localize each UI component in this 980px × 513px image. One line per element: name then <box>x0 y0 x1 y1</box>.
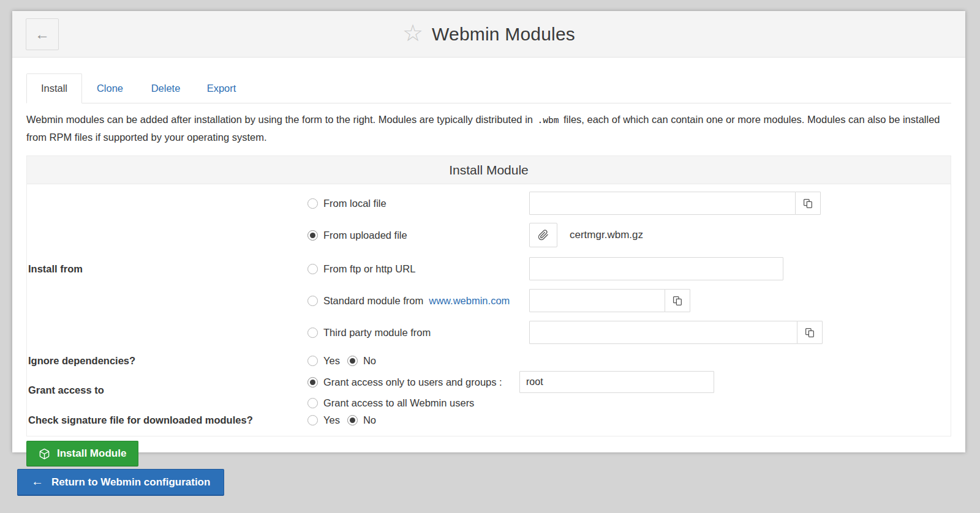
row-check-signature: Check signature file for downloaded modu… <box>27 411 951 430</box>
third-party-group <box>529 321 823 344</box>
row-ignore-dependencies: Ignore dependencies? Yes No <box>27 351 951 370</box>
ignore-deps-yes-label: Yes <box>323 355 340 367</box>
back-button[interactable]: ← <box>26 18 59 50</box>
check-signature-options: Yes No <box>307 414 951 426</box>
option-grant-users: Grant access only to users and groups : <box>307 370 951 394</box>
grant-users-label: Grant access only to users and groups : <box>323 376 502 388</box>
panel-body: Install from From local file <box>27 184 951 436</box>
standard-module-label: Standard module from <box>323 295 423 307</box>
option-local-file: From local file <box>307 187 951 219</box>
star-icon: ☆ <box>402 21 423 45</box>
radio-local-file[interactable] <box>307 198 318 209</box>
page-title: Webmin Modules <box>432 24 575 45</box>
radio-ignore-deps-yes[interactable] <box>307 356 318 366</box>
radio-ignore-deps-no[interactable] <box>347 356 358 366</box>
tab-delete[interactable]: Delete <box>138 73 194 103</box>
install-from-label: Install from <box>27 187 307 351</box>
standard-module-chooser-button[interactable] <box>665 289 690 312</box>
radio-grant-users[interactable] <box>307 377 318 388</box>
panel-title: Install Module <box>27 156 951 184</box>
radio-third-party[interactable] <box>307 328 318 338</box>
install-from-options: From local file <box>307 187 951 351</box>
ftp-url-label: From ftp or http URL <box>323 263 415 275</box>
third-party-chooser-button[interactable] <box>797 321 823 344</box>
option-uploaded-file: From uploaded file certmgr.wbm.gz <box>307 219 951 252</box>
tab-install[interactable]: Install <box>26 73 82 103</box>
radio-signature-yes[interactable] <box>307 415 318 425</box>
uploaded-file-label: From uploaded file <box>323 230 407 241</box>
ignore-dependencies-label: Ignore dependencies? <box>27 355 307 367</box>
uploaded-file-name: certmgr.wbm.gz <box>570 229 643 241</box>
tab-bar: Install Clone Delete Export <box>26 73 951 103</box>
grant-users-input[interactable] <box>519 371 714 393</box>
intro-text-1: Webmin modules can be added after instal… <box>26 114 533 125</box>
return-button-label: Return to Webmin configuration <box>51 476 210 489</box>
page-content: Install Clone Delete Export Webmin modul… <box>12 73 965 436</box>
radio-uploaded-file[interactable] <box>307 230 318 241</box>
tab-export[interactable]: Export <box>194 73 249 103</box>
install-module-panel: Install Module Install from From local f… <box>26 155 951 436</box>
ignore-dependencies-options: Yes No <box>307 355 951 367</box>
option-ftp-url: From ftp or http URL <box>307 252 951 286</box>
wbm-extension-code: .wbm <box>536 116 561 125</box>
standard-module-group <box>529 289 690 312</box>
grant-access-options: Grant access only to users and groups : … <box>307 370 951 411</box>
left-arrow-icon: ← <box>31 474 43 489</box>
install-module-button[interactable]: Install Module <box>26 441 138 466</box>
standard-module-input[interactable] <box>529 289 665 312</box>
radio-signature-no[interactable] <box>347 415 358 425</box>
copy-files-icon <box>805 328 815 338</box>
page-header: ← ☆ Webmin Modules <box>12 11 965 58</box>
return-to-webmin-config-button[interactable]: ← Return to Webmin configuration <box>17 469 224 496</box>
option-grant-all: Grant access to all Webmin users <box>307 394 951 411</box>
tab-clone[interactable]: Clone <box>82 73 138 103</box>
option-standard-module: Standard module from www.webmin.com <box>307 286 951 315</box>
page-title-wrap: ☆ Webmin Modules <box>12 11 965 57</box>
install-module-button-label: Install Module <box>57 447 126 460</box>
package-box-icon <box>39 448 50 460</box>
radio-grant-all[interactable] <box>307 398 318 408</box>
row-install-from: Install from From local file <box>27 187 951 351</box>
copy-files-icon <box>673 296 683 306</box>
row-grant-access: Grant access to Grant access only to use… <box>27 370 951 411</box>
local-file-label: From local file <box>323 198 386 209</box>
grant-access-label: Grant access to <box>27 370 307 411</box>
option-third-party: Third party module from <box>307 315 951 351</box>
paperclip-icon <box>538 230 549 241</box>
back-arrow-icon: ← <box>35 26 50 43</box>
radio-ftp-url[interactable] <box>307 264 318 274</box>
local-file-group <box>529 192 821 215</box>
page-card: ← ☆ Webmin Modules Install Clone Delete … <box>12 11 965 452</box>
copy-files-icon <box>803 198 813 209</box>
third-party-label: Third party module from <box>323 327 431 339</box>
intro-paragraph: Webmin modules can be added after instal… <box>26 111 951 146</box>
local-file-input[interactable] <box>529 192 796 215</box>
grant-all-label: Grant access to all Webmin users <box>323 397 474 409</box>
third-party-input[interactable] <box>529 321 797 344</box>
signature-yes-label: Yes <box>323 414 340 426</box>
local-file-chooser-button[interactable] <box>795 192 821 215</box>
ignore-deps-no-label: No <box>363 355 376 367</box>
check-signature-label: Check signature file for downloaded modu… <box>27 414 307 426</box>
upload-file-button[interactable] <box>529 223 557 247</box>
webmin-com-link[interactable]: www.webmin.com <box>429 295 510 307</box>
ftp-url-input[interactable] <box>529 257 783 280</box>
signature-no-label: No <box>363 414 376 426</box>
radio-standard-module[interactable] <box>307 296 318 306</box>
